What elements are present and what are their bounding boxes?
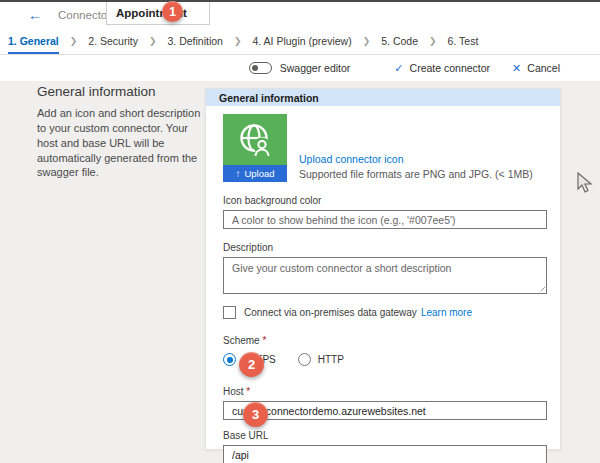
description-textarea[interactable]: [223, 257, 547, 294]
page-content: General information Add an icon and shor…: [0, 81, 600, 463]
top-bar: ← Connector Name Appointment: [0, 2, 600, 28]
chevron-right-icon: ❯: [363, 36, 371, 46]
gateway-row: Connect via on-premises data gateway Lea…: [223, 306, 546, 319]
command-bar: Swagger editor ✓ Create connector ✕ Canc…: [0, 55, 600, 81]
upload-hint-text: Supported file formats are PNG and JPG. …: [299, 168, 533, 180]
cancel-button[interactable]: ✕ Cancel: [512, 62, 560, 75]
back-arrow-icon[interactable]: ←: [28, 7, 42, 23]
icon-upload-row: ↑ Upload Upload connector icon Supported…: [223, 114, 546, 182]
cancel-label: Cancel: [527, 62, 560, 74]
chevron-right-icon: ❯: [234, 36, 242, 46]
create-connector-button[interactable]: ✓ Create connector: [394, 62, 490, 75]
create-connector-label: Create connector: [410, 62, 491, 74]
general-information-card: General information ↑ Upload: [205, 88, 561, 450]
description-label: Description: [223, 242, 546, 253]
step-test[interactable]: 6. Test: [448, 29, 479, 54]
step-general[interactable]: 1. General: [8, 29, 59, 54]
step-ai-plugin[interactable]: 4. AI Plugin (preview): [252, 29, 351, 54]
step-security[interactable]: 2. Security: [88, 29, 138, 54]
required-asterisk: *: [246, 386, 250, 397]
chevron-right-icon: ❯: [429, 36, 437, 46]
step-definition[interactable]: 3. Definition: [167, 29, 222, 54]
section-info-panel: General information Add an icon and shor…: [37, 84, 202, 180]
chevron-right-icon: ❯: [149, 36, 157, 46]
swagger-editor-label: Swagger editor: [280, 62, 351, 74]
gateway-label: Connect via on-premises data gateway: [244, 307, 417, 318]
base-url-label: Base URL: [223, 430, 546, 441]
swagger-editor-toggle[interactable]: Swagger editor: [249, 62, 351, 74]
upload-button[interactable]: ↑ Upload: [223, 165, 287, 182]
upload-info: Upload connector icon Supported file for…: [299, 153, 533, 182]
scheme-label-text: Scheme: [223, 335, 260, 346]
scheme-radio-group: HTTPS HTTP: [223, 353, 546, 366]
upload-arrow-icon: ↑: [235, 168, 240, 179]
annotation-badge-1: 1: [162, 1, 183, 22]
annotation-badge-3: 3: [243, 402, 268, 427]
host-label-text: Host: [223, 386, 244, 397]
scheme-label: Scheme *: [223, 335, 546, 346]
icon-background-color-label: Icon background color: [223, 195, 546, 206]
base-url-input[interactable]: [223, 445, 547, 463]
section-heading: General information: [37, 84, 202, 99]
card-header: General information: [206, 89, 560, 106]
chevron-right-icon: ❯: [70, 36, 78, 46]
http-label: HTTP: [318, 354, 344, 365]
annotation-badge-2: 2: [239, 352, 264, 377]
card-header-title: General information: [219, 92, 319, 104]
learn-more-link[interactable]: Learn more: [421, 307, 472, 318]
required-asterisk: *: [262, 335, 266, 346]
connector-icon-tile[interactable]: ↑ Upload: [223, 114, 287, 182]
checkmark-icon: ✓: [394, 62, 403, 75]
globe-user-icon: [234, 120, 276, 162]
mouse-cursor-icon: [575, 172, 600, 194]
connector-title-field[interactable]: Appointment: [106, 2, 210, 25]
upload-button-label: Upload: [244, 168, 274, 179]
section-description: Add an icon and short description to you…: [37, 106, 202, 180]
host-input[interactable]: [223, 401, 547, 420]
wizard-steps: 1. General ❯ 2. Security ❯ 3. Definition…: [0, 28, 600, 55]
upload-connector-icon-link[interactable]: Upload connector icon: [299, 153, 533, 165]
http-radio[interactable]: [298, 353, 311, 366]
gateway-checkbox[interactable]: [223, 306, 236, 319]
close-icon: ✕: [512, 62, 521, 75]
step-code[interactable]: 5. Code: [381, 29, 418, 54]
https-radio[interactable]: [223, 353, 236, 366]
host-label: Host *: [223, 386, 546, 397]
toggle-pill-icon[interactable]: [249, 62, 272, 74]
icon-background-color-input[interactable]: [223, 210, 547, 229]
